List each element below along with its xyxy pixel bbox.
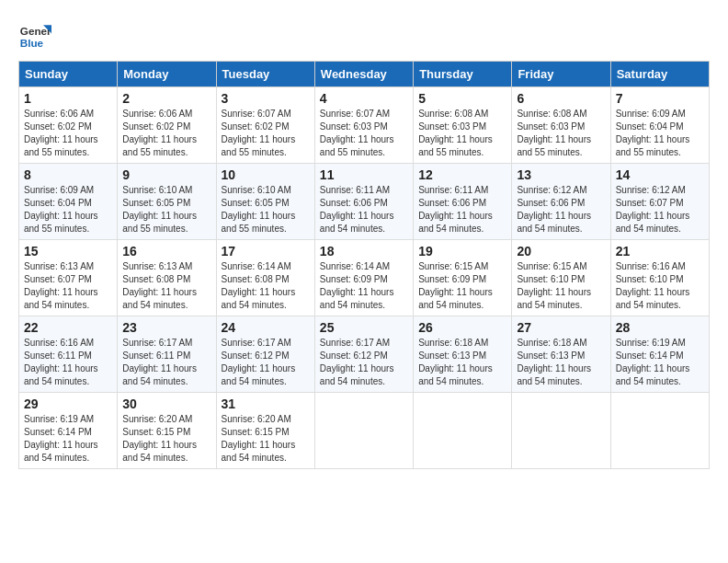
day-number: 13 [517,167,605,182]
calendar-week-row: 1Sunrise: 6:06 AMSunset: 6:02 PMDaylight… [19,87,710,164]
day-info: Sunrise: 6:13 AMSunset: 6:08 PMDaylight:… [122,260,210,312]
calendar-header-cell: Tuesday [216,62,314,87]
day-info: Sunrise: 6:12 AMSunset: 6:07 PMDaylight:… [616,184,704,236]
calendar-day-cell: 1Sunrise: 6:06 AMSunset: 6:02 PMDaylight… [19,87,118,164]
day-info: Sunrise: 6:18 AMSunset: 6:13 PMDaylight:… [418,337,506,388]
day-number: 14 [616,167,704,182]
calendar-day-cell: 29Sunrise: 6:19 AMSunset: 6:14 PMDayligh… [19,393,118,469]
day-info: Sunrise: 6:11 AMSunset: 6:06 PMDaylight:… [320,184,408,236]
calendar-day-cell: 31Sunrise: 6:20 AMSunset: 6:15 PMDayligh… [216,393,314,469]
day-info: Sunrise: 6:06 AMSunset: 6:02 PMDaylight:… [24,108,112,159]
calendar-header-row: SundayMondayTuesdayWednesdayThursdayFrid… [19,62,710,87]
calendar-day-cell: 10Sunrise: 6:10 AMSunset: 6:05 PMDayligh… [216,164,314,240]
day-number: 8 [24,167,112,182]
day-number: 1 [24,91,112,106]
calendar-header-cell: Friday [512,62,610,87]
day-number: 9 [122,167,210,182]
calendar-day-cell [610,393,709,469]
calendar-day-cell: 16Sunrise: 6:13 AMSunset: 6:08 PMDayligh… [118,240,216,316]
calendar-week-row: 22Sunrise: 6:16 AMSunset: 6:11 PMDayligh… [19,316,710,393]
svg-text:Blue: Blue [20,37,44,49]
day-info: Sunrise: 6:12 AMSunset: 6:06 PMDaylight:… [517,184,605,236]
calendar-day-cell [314,393,413,469]
logo: General Blue [18,18,51,52]
calendar-day-cell: 5Sunrise: 6:08 AMSunset: 6:03 PMDaylight… [414,87,512,164]
day-number: 3 [222,91,310,106]
day-info: Sunrise: 6:20 AMSunset: 6:15 PMDaylight:… [222,413,310,465]
day-info: Sunrise: 6:11 AMSunset: 6:06 PMDaylight:… [418,184,506,236]
calendar-day-cell: 13Sunrise: 6:12 AMSunset: 6:06 PMDayligh… [512,164,610,240]
calendar-header-cell: Sunday [19,62,118,87]
day-number: 18 [320,244,408,259]
day-number: 26 [418,320,506,335]
day-number: 10 [222,167,310,182]
calendar-day-cell: 6Sunrise: 6:08 AMSunset: 6:03 PMDaylight… [512,87,610,164]
calendar-day-cell: 9Sunrise: 6:10 AMSunset: 6:05 PMDaylight… [118,164,216,240]
calendar-day-cell: 28Sunrise: 6:19 AMSunset: 6:14 PMDayligh… [610,316,709,393]
calendar-header-cell: Wednesday [314,62,413,87]
calendar-day-cell: 12Sunrise: 6:11 AMSunset: 6:06 PMDayligh… [414,164,512,240]
calendar-day-cell: 19Sunrise: 6:15 AMSunset: 6:09 PMDayligh… [414,240,512,316]
page-header: General Blue [18,18,710,52]
calendar-day-cell: 18Sunrise: 6:14 AMSunset: 6:09 PMDayligh… [314,240,413,316]
day-info: Sunrise: 6:17 AMSunset: 6:11 PMDaylight:… [122,337,210,388]
day-info: Sunrise: 6:10 AMSunset: 6:05 PMDaylight:… [222,184,310,236]
day-info: Sunrise: 6:16 AMSunset: 6:10 PMDaylight:… [616,260,704,312]
calendar-week-row: 29Sunrise: 6:19 AMSunset: 6:14 PMDayligh… [19,393,710,469]
day-number: 2 [122,91,210,106]
day-info: Sunrise: 6:15 AMSunset: 6:10 PMDaylight:… [517,260,605,312]
day-number: 29 [24,396,112,411]
calendar-day-cell: 15Sunrise: 6:13 AMSunset: 6:07 PMDayligh… [19,240,118,316]
day-number: 17 [222,244,310,259]
day-info: Sunrise: 6:14 AMSunset: 6:09 PMDaylight:… [320,260,408,312]
day-info: Sunrise: 6:06 AMSunset: 6:02 PMDaylight:… [122,108,210,159]
day-number: 19 [418,244,506,259]
day-info: Sunrise: 6:20 AMSunset: 6:15 PMDaylight:… [122,413,210,465]
calendar-day-cell: 21Sunrise: 6:16 AMSunset: 6:10 PMDayligh… [610,240,709,316]
day-info: Sunrise: 6:09 AMSunset: 6:04 PMDaylight:… [24,184,112,236]
logo-icon: General Blue [18,18,51,52]
day-number: 7 [616,91,704,106]
calendar-day-cell: 30Sunrise: 6:20 AMSunset: 6:15 PMDayligh… [118,393,216,469]
day-info: Sunrise: 6:17 AMSunset: 6:12 PMDaylight:… [320,337,408,388]
calendar-day-cell: 23Sunrise: 6:17 AMSunset: 6:11 PMDayligh… [118,316,216,393]
day-number: 30 [122,396,210,411]
day-info: Sunrise: 6:10 AMSunset: 6:05 PMDaylight:… [122,184,210,236]
calendar-day-cell: 4Sunrise: 6:07 AMSunset: 6:03 PMDaylight… [314,87,413,164]
day-number: 5 [418,91,506,106]
calendar-day-cell: 17Sunrise: 6:14 AMSunset: 6:08 PMDayligh… [216,240,314,316]
calendar-week-row: 8Sunrise: 6:09 AMSunset: 6:04 PMDaylight… [19,164,710,240]
day-number: 21 [616,244,704,259]
calendar-day-cell: 27Sunrise: 6:18 AMSunset: 6:13 PMDayligh… [512,316,610,393]
calendar-day-cell: 22Sunrise: 6:16 AMSunset: 6:11 PMDayligh… [19,316,118,393]
day-number: 24 [222,320,310,335]
day-info: Sunrise: 6:14 AMSunset: 6:08 PMDaylight:… [222,260,310,312]
day-info: Sunrise: 6:19 AMSunset: 6:14 PMDaylight:… [24,413,112,465]
day-info: Sunrise: 6:07 AMSunset: 6:02 PMDaylight:… [222,108,310,159]
calendar-day-cell: 3Sunrise: 6:07 AMSunset: 6:02 PMDaylight… [216,87,314,164]
day-number: 23 [122,320,210,335]
day-info: Sunrise: 6:18 AMSunset: 6:13 PMDaylight:… [517,337,605,388]
calendar-day-cell: 14Sunrise: 6:12 AMSunset: 6:07 PMDayligh… [610,164,709,240]
day-number: 12 [418,167,506,182]
calendar-day-cell: 7Sunrise: 6:09 AMSunset: 6:04 PMDaylight… [610,87,709,164]
day-info: Sunrise: 6:17 AMSunset: 6:12 PMDaylight:… [222,337,310,388]
calendar-header-cell: Monday [118,62,216,87]
day-info: Sunrise: 6:19 AMSunset: 6:14 PMDaylight:… [616,337,704,388]
day-info: Sunrise: 6:08 AMSunset: 6:03 PMDaylight:… [418,108,506,159]
day-number: 22 [24,320,112,335]
calendar-body: 1Sunrise: 6:06 AMSunset: 6:02 PMDaylight… [19,87,710,469]
calendar-day-cell [414,393,512,469]
calendar-day-cell: 20Sunrise: 6:15 AMSunset: 6:10 PMDayligh… [512,240,610,316]
calendar-week-row: 15Sunrise: 6:13 AMSunset: 6:07 PMDayligh… [19,240,710,316]
calendar-day-cell: 11Sunrise: 6:11 AMSunset: 6:06 PMDayligh… [314,164,413,240]
day-number: 31 [222,396,310,411]
day-number: 28 [616,320,704,335]
calendar-table: SundayMondayTuesdayWednesdayThursdayFrid… [18,61,710,469]
calendar-header-cell: Saturday [610,62,709,87]
day-number: 20 [517,244,605,259]
day-info: Sunrise: 6:16 AMSunset: 6:11 PMDaylight:… [24,337,112,388]
day-number: 25 [320,320,408,335]
day-number: 27 [517,320,605,335]
calendar-day-cell [512,393,610,469]
